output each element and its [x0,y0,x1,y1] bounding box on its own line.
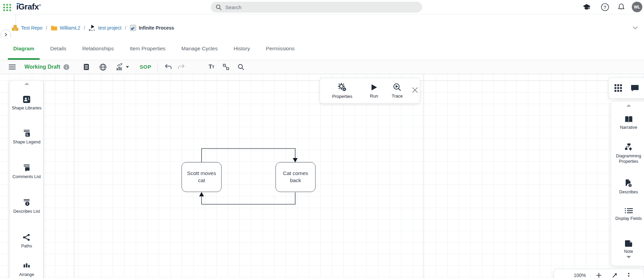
chat-bubble-icon [630,84,639,92]
right-view-switcher [608,77,644,99]
comment-view-button[interactable] [630,84,639,92]
chevron-right-icon [4,33,8,37]
sidebar-item-label: Shape Legend [12,139,42,145]
undo-icon [165,64,172,70]
web-view-button[interactable] [99,64,107,71]
bell-icon [617,3,626,12]
panel-item-label: Narrative [612,125,644,130]
info-icon [63,64,69,70]
kebab-menu-icon [628,273,630,278]
academy-button[interactable] [582,3,591,12]
chart-menu-button[interactable] [116,63,129,71]
panel-item-label: Display Fields [612,216,644,221]
tab-item-properties[interactable]: Item Properties [130,37,165,60]
user-avatar[interactable]: WL [632,2,642,12]
trace-button[interactable]: Trace [392,83,403,99]
sidebar-item-label: Shape Libraries [12,105,42,111]
document-view-button[interactable] [83,64,89,70]
breadcrumb-separator: / [84,25,85,31]
breadcrumb-link[interactable]: Test Repo [21,25,42,31]
tab-relationships[interactable]: Relationships [82,37,114,60]
sidebar-item-comments-list[interactable]: Comments List [10,164,44,179]
globe-icon [99,64,107,71]
panel-item-display-fields[interactable]: Display Fields [611,207,644,221]
diagram-canvas[interactable] [0,74,644,278]
process-shape-scott-moves-cat[interactable]: Scott moves cat [182,162,222,192]
caret-down-icon [126,66,129,68]
run-button[interactable]: Run [370,83,378,99]
magnifier-icon [238,64,244,70]
tab-history[interactable]: History [233,37,250,60]
tab-details[interactable]: Details [50,37,66,60]
breadcrumb-link[interactable]: test project [98,25,121,31]
process-project-icon [89,24,96,31]
redo-icon [177,64,185,70]
sidebar-item-paths[interactable]: Paths [10,233,44,249]
scroll-up-button[interactable] [611,104,644,107]
app-launcher-button[interactable] [3,3,12,12]
close-toolbar-button[interactable] [412,87,418,95]
sidebar-item-shape-legend[interactable]: Shape Legend [10,129,44,145]
redo-button[interactable] [177,64,185,70]
fit-to-screen-button[interactable] [612,273,618,278]
version-selector[interactable]: Working Draft [24,64,60,70]
triangle-up-icon [24,82,30,85]
arrange-icon [22,262,31,270]
tab-diagram[interactable]: Diagram [13,37,34,60]
diagramming-properties-icon [624,143,633,152]
breadcrumb-expand-button[interactable] [632,25,638,31]
graduation-cap-icon [582,3,591,12]
properties-gear-icon [338,83,347,92]
page-boundary-left [74,74,74,278]
tab-label: Diagram [13,46,34,52]
text-format-button[interactable]: TT [209,64,214,70]
breadcrumb-row: Test Repo / WilliamL2 / test project / [0,14,644,37]
global-search[interactable] [211,2,422,13]
diagram-toolbar: Working Draft [0,60,644,74]
zoom-in-button[interactable] [596,273,602,278]
logo-registered-mark: ® [39,4,41,7]
panel-item-diagramming-properties[interactable]: Diagramming Properties [611,143,644,164]
connector-tool-button[interactable] [223,64,229,70]
tab-manage-cycles[interactable]: Manage Cycles [182,37,218,60]
chevron-down-icon [632,26,638,30]
notifications-button[interactable] [617,3,626,12]
scroll-up-button[interactable] [10,82,44,85]
zoom-level[interactable]: 100% [574,273,586,278]
grid-view-button[interactable] [614,84,622,92]
breadcrumb-repository[interactable]: Test Repo [12,24,42,31]
sidebar-item-shape-libraries[interactable]: Shape Libraries [10,95,44,111]
sidebar-item-label: Arrange [12,272,42,277]
breadcrumb-folder[interactable]: WilliamL2 [51,25,80,31]
display-fields-icon [624,207,633,214]
shape-properties-button[interactable]: Properties [332,83,352,99]
panel-item-describes[interactable]: Describes [611,179,644,195]
diagram-menu-button[interactable] [9,64,16,70]
trace-icon [393,83,401,91]
search-icon [215,4,222,11]
sidebar-item-label: Describes List [12,209,42,214]
right-tool-panel: Narrative Diagramming Properties [611,101,644,266]
more-options-button[interactable] [628,273,630,278]
canvas-search-button[interactable] [238,64,244,70]
sidebar-item-label: Paths [12,243,42,249]
sop-button[interactable]: SOP [139,64,151,70]
panel-item-label: Diagramming Properties [612,153,644,164]
panel-item-note[interactable]: Note [611,240,644,254]
panel-item-narrative[interactable]: Narrative [611,116,644,130]
panel-item-label: Describes [612,189,644,195]
help-button[interactable]: ? [601,3,609,12]
search-input[interactable] [225,4,402,10]
undo-button[interactable] [165,64,172,70]
sidebar-item-arrange[interactable]: Arrange [10,262,44,277]
sidebar-item-describes-list[interactable]: Describes List [10,198,44,214]
version-info-button[interactable] [63,64,69,70]
close-icon [412,87,418,93]
process-shape-cat-comes-back[interactable]: Cat comes back [276,162,316,192]
scroll-down-button[interactable] [611,256,644,259]
breadcrumb-link[interactable]: WilliamL2 [60,25,80,31]
tab-permissions[interactable]: Permissions [266,37,295,60]
breadcrumb-project[interactable]: test project [89,24,121,31]
expand-arrow-icon [612,273,618,278]
app-window: Scott moves cat Cat comes back iGrafx® [0,0,644,278]
